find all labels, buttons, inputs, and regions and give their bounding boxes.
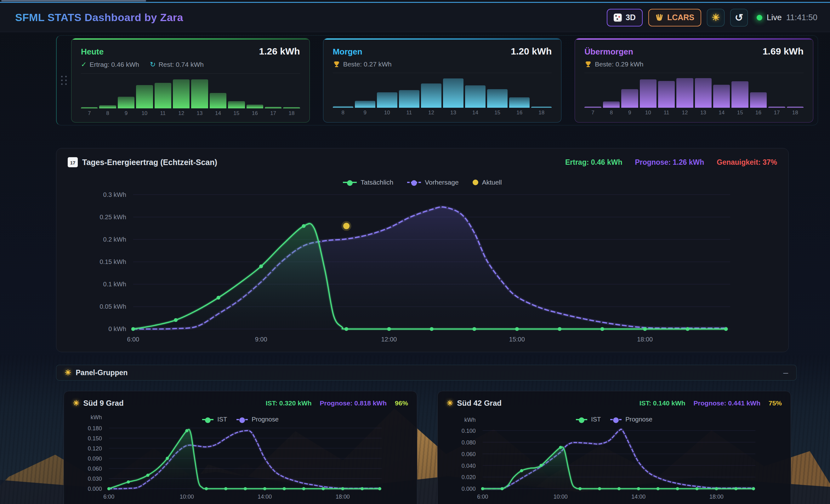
legend-line-icon [202,419,214,420]
bar [355,101,375,108]
bar [750,92,767,108]
bar [676,78,693,108]
legend-dashed-line-icon [407,182,421,183]
bar [81,107,98,108]
refresh-icon: ↻ [150,61,156,69]
bar [333,106,353,108]
theme-sun-button[interactable]: ☀ [707,9,725,27]
bar [191,80,208,108]
svg-text:0.030: 0.030 [88,476,102,482]
svg-text:18:00: 18:00 [637,336,653,343]
svg-text:0.2 kWh: 0.2 kWh [103,236,126,243]
hour-labels: 891011121314151618 [333,109,552,116]
bar [787,106,803,108]
svg-text:10:00: 10:00 [553,494,568,500]
live-indicator: Live 11:41:50 [757,12,818,22]
top-scrollbar[interactable] [0,0,830,3]
legend-item-prognose[interactable]: Prognose [610,416,652,423]
forecast-cards-section: Heute 1.26 kWh ✓ Ertrag: 0.46 kWh ↻ Rest… [56,35,818,125]
bar [731,81,748,108]
svg-text:18:00: 18:00 [709,494,724,500]
svg-text:0.000: 0.000 [461,486,476,492]
legend-item-tatsaechlich[interactable]: Tatsächlich [343,179,393,186]
legend-line-icon [343,182,357,183]
clock: 11:41:50 [786,12,818,22]
stat-ist: IST: 0.140 kWh [639,400,685,407]
bar [640,80,657,108]
legend-item-prognose[interactable]: Prognose [236,416,279,423]
card-heute[interactable]: Heute 1.26 kWh ✓ Ertrag: 0.46 kWh ↻ Rest… [71,38,310,123]
svg-text:0.150: 0.150 [88,435,102,442]
bar [265,107,282,108]
bar [118,97,134,108]
svg-text:0 kWh: 0 kWh [108,325,126,332]
calendar-icon: 17 [68,157,78,167]
svg-text:0.090: 0.090 [88,455,102,462]
svg-text:15:00: 15:00 [509,336,525,343]
view-3d-button[interactable]: 3D [607,9,643,27]
legend-item-aktuell[interactable]: Aktuell [473,179,502,186]
legend-dot-icon [473,180,478,185]
panel-title: 17 Tages-Energieertrag (Echtzeit-Scan) [68,157,217,167]
card-total: 1.26 kWh [259,46,300,57]
legend-dashed-line-icon [236,419,248,420]
svg-text:14:00: 14:00 [258,494,272,500]
bar [210,93,226,108]
stat-accuracy: 75% [769,400,782,407]
die-icon [614,13,622,22]
svg-text:0.100: 0.100 [461,428,476,434]
card-uebermorgen[interactable]: Übermorgen 1.69 kWh Beste: 0.29 kWh 7891… [575,38,813,123]
card-total: 1.20 kWh [511,46,552,57]
bar [713,85,730,108]
lcars-button[interactable]: LCARS [648,9,701,27]
svg-text:6:00: 6:00 [477,494,488,500]
trophy-icon [333,61,340,68]
bar [421,84,442,108]
bar [584,106,601,108]
sued-42-grad-chart: 0.0000.0200.0400.0600.0800.100kWh6:0010:… [438,391,791,504]
stat-prognose: Prognose: 0.441 kWh [694,400,760,407]
legend-item-vorhersage[interactable]: Vorhersage [407,179,458,186]
bar [509,97,530,108]
svg-text:6:00: 6:00 [127,336,139,343]
live-status-dot [757,15,762,21]
svg-text:12:00: 12:00 [381,336,397,343]
card-title: Übermorgen [584,47,633,57]
svg-text:10:00: 10:00 [180,494,194,500]
check-icon: ✓ [81,61,87,69]
stat-genauigkeit: Genauigkeit: 37% [716,158,777,167]
svg-text:0.060: 0.060 [461,451,476,458]
svg-text:0.040: 0.040 [461,463,476,469]
hour-labels: 789101112131415161718 [81,110,300,117]
card-total: 1.69 kWh [763,46,803,57]
hourly-bars [584,77,803,108]
collapse-button[interactable]: – [783,370,788,376]
sun-icon: ☀ [65,368,71,377]
bar [658,81,675,108]
refresh-button[interactable]: ↺ [730,9,748,27]
svg-text:0.180: 0.180 [88,425,102,432]
card-title: Morgen [333,47,362,57]
svg-text:18:00: 18:00 [336,494,350,500]
legend-item-ist[interactable]: IST [202,416,227,423]
bar [136,85,153,108]
bar [768,106,785,108]
card-title: Heute [81,47,104,57]
panel-gruppen-bar[interactable]: ☀ Panel-Gruppen – [56,365,797,380]
legend-item-ist[interactable]: IST [576,416,601,423]
card-morgen[interactable]: Morgen 1.20 kWh Beste: 0.27 kWh 89101112… [323,38,562,123]
hourly-bars [81,77,300,108]
app-header: SFML STATS Dashboard by Zara 3D LCARS ☀ [0,3,830,32]
bar [621,89,638,108]
svg-text:0.1 kWh: 0.1 kWh [103,281,126,288]
top-accent-line [0,2,830,3]
panel-sued-42-grad: 0.0000.0200.0400.0600.0800.100kWh6:0010:… [437,391,791,504]
sued-9-grad-chart: 0.0000.0300.0600.0900.1200.1500.180kWh6:… [64,391,417,504]
daily-energy-panel: 0 kWh0.05 kWh0.1 kWh0.15 kWh0.2 kWh0.25 … [56,148,789,352]
bar [283,107,300,108]
svg-text:0.05 kWh: 0.05 kWh [99,303,126,310]
bar [99,105,116,108]
svg-text:0.120: 0.120 [88,445,102,452]
drag-handle-icon[interactable] [61,76,67,85]
scrollbar-thumb[interactable] [1,0,146,2]
